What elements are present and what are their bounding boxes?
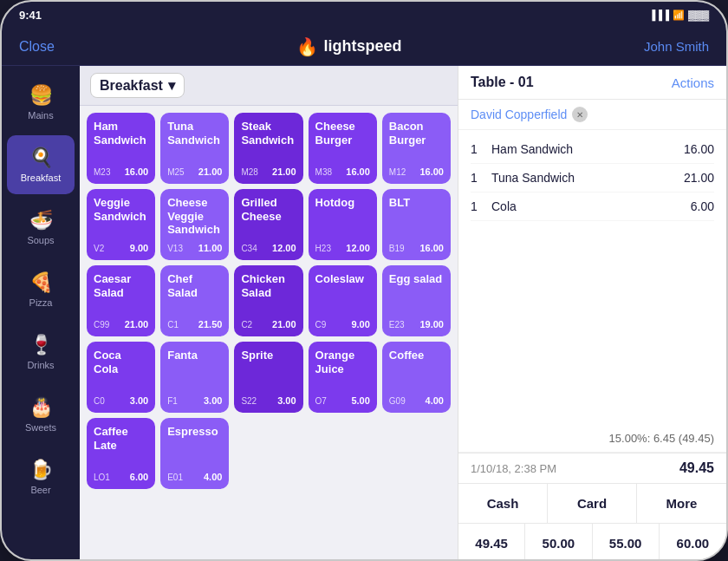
breakfast-icon: 🍳 <box>29 147 53 169</box>
menu-item-code: G09 <box>389 396 406 406</box>
amount-exact-button[interactable]: 49.45 <box>458 524 525 561</box>
amount-55-button[interactable]: 55.00 <box>593 524 660 561</box>
customer-bar: David Copperfield ✕ <box>458 100 726 130</box>
user-name[interactable]: John Smith <box>644 39 709 54</box>
menu-item[interactable]: Sprite S22 3.00 <box>234 342 302 413</box>
menu-item-price: 11.00 <box>198 243 223 253</box>
battery-icon: ▓▓▓ <box>688 10 709 20</box>
close-button[interactable]: Close <box>19 39 55 55</box>
menu-item-name: Ham Sandwich <box>94 120 148 147</box>
menu-item-code: C99 <box>94 320 109 329</box>
payment-cash-button[interactable]: Cash <box>458 484 548 523</box>
soups-label: Soups <box>27 235 54 245</box>
menu-item[interactable]: Chef Salad C1 21.50 <box>160 265 229 336</box>
menu-item[interactable]: Orange Juice O7 5.00 <box>309 342 377 413</box>
wifi-icon: 📶 <box>673 10 685 21</box>
menu-item-name: Caffee Late <box>94 425 148 452</box>
menu-item[interactable]: BLT B19 16.00 <box>382 189 451 260</box>
menu-item-price: 21.00 <box>198 166 223 177</box>
menu-item-name: Veggie Sandwich <box>94 196 148 223</box>
menu-item-price: 16.00 <box>346 166 370 177</box>
category-label: Breakfast <box>100 78 163 94</box>
menu-item[interactable]: Coffee G09 4.00 <box>382 342 451 413</box>
menu-item-code: M38 <box>315 167 332 177</box>
beer-icon: 🍺 <box>29 459 53 481</box>
menu-item[interactable]: Chicken Salad C2 21.00 <box>234 265 302 336</box>
menu-section: Breakfast ▾ Ham Sandwich M23 16.00 Tuna … <box>80 66 458 561</box>
menu-item-name: Orange Juice <box>315 349 370 375</box>
menu-item[interactable]: Grilled Cheese C34 12.00 <box>234 189 302 260</box>
menu-item-name: Bacon Burger <box>389 120 444 147</box>
menu-item-price: 3.00 <box>130 395 148 406</box>
status-time: 9:41 <box>19 9 42 22</box>
menu-item-name: Coffee <box>389 349 444 362</box>
menu-item-code: M28 <box>241 167 257 177</box>
pizza-label: Pizza <box>29 297 53 308</box>
pizza-icon: 🍕 <box>29 271 53 294</box>
menu-item[interactable]: Caffee Late LO1 6.00 <box>87 418 155 489</box>
category-sidebar: 🍔 Mains 🍳 Breakfast 🍜 Soups 🍕 Pizza 🍷 Dr… <box>2 66 80 561</box>
remove-customer-button[interactable]: ✕ <box>572 107 588 122</box>
order-item-name: Cola <box>491 199 684 213</box>
menu-item[interactable]: Cheese Burger M38 16.00 <box>309 113 377 184</box>
menu-item-price: 3.00 <box>204 395 222 406</box>
menu-item-code: M25 <box>167 167 184 177</box>
beer-label: Beer <box>30 485 50 495</box>
menu-item-price: 12.00 <box>272 243 296 253</box>
menu-item-code: C1 <box>167 320 179 329</box>
menu-item[interactable]: Ham Sandwich M23 16.00 <box>87 113 155 184</box>
menu-item[interactable]: Bacon Burger M12 16.00 <box>382 113 451 184</box>
menu-item-price: 19.00 <box>419 319 444 329</box>
menu-item[interactable]: Veggie Sandwich V2 9.00 <box>87 189 155 260</box>
breakfast-label: Breakfast <box>21 173 61 183</box>
amount-60-button[interactable]: 60.00 <box>660 524 726 561</box>
menu-item-code: C9 <box>315 320 327 329</box>
menu-item-name: Egg salad <box>389 272 444 286</box>
sidebar-item-drinks[interactable]: 🍷 Drinks <box>7 323 75 382</box>
menu-item[interactable]: Fanta F1 3.00 <box>160 342 229 413</box>
customer-name[interactable]: David Copperfield <box>471 108 567 121</box>
menu-item-name: Coca Cola <box>94 349 148 375</box>
menu-item-name: Tuna Sandwich <box>167 120 222 147</box>
sidebar-item-soups[interactable]: 🍜 Soups <box>7 198 75 257</box>
payment-more-button[interactable]: More <box>637 484 726 523</box>
menu-item-code: E23 <box>389 320 405 329</box>
payment-card-button[interactable]: Card <box>548 484 637 523</box>
amount-50-button[interactable]: 50.00 <box>525 524 592 561</box>
menu-item-price: 4.00 <box>204 472 222 482</box>
menu-item[interactable]: Caesar Salad C99 21.00 <box>87 265 155 336</box>
menu-item-price: 21.50 <box>198 319 223 329</box>
sweets-label: Sweets <box>25 422 56 433</box>
menu-item[interactable]: Egg salad E23 19.00 <box>382 265 451 336</box>
sidebar-item-breakfast[interactable]: 🍳 Breakfast <box>7 135 75 194</box>
menu-item[interactable]: Coleslaw C9 9.00 <box>309 265 377 336</box>
menu-item-name: Cheese Burger <box>315 120 370 147</box>
menu-item-name: Sprite <box>241 349 296 362</box>
menu-item-price: 21.00 <box>272 319 296 329</box>
menu-item[interactable]: Tuna Sandwich M25 21.00 <box>160 113 229 184</box>
menu-item-name: Chicken Salad <box>241 272 296 299</box>
order-item-name: Tuna Sandwich <box>491 171 677 185</box>
category-dropdown[interactable]: Breakfast ▾ <box>90 73 185 98</box>
dropdown-chevron-icon: ▾ <box>168 77 175 94</box>
order-row: 1 Tuna Sandwich 21.00 <box>471 164 714 192</box>
order-row: 1 Cola 6.00 <box>471 192 714 221</box>
sidebar-item-sweets[interactable]: 🎂 Sweets <box>7 385 75 444</box>
actions-button[interactable]: Actions <box>672 75 714 90</box>
sidebar-item-mains[interactable]: 🍔 Mains <box>7 73 75 132</box>
menu-item[interactable]: Hotdog H23 12.00 <box>309 189 377 260</box>
app-logo: 🔥 lightspeed <box>296 36 401 57</box>
drinks-label: Drinks <box>27 360 54 370</box>
menu-item-price: 16.00 <box>125 166 149 177</box>
menu-item-name: Fanta <box>167 349 222 362</box>
menu-item-code: V13 <box>167 244 183 253</box>
menu-item[interactable]: Coca Cola C0 3.00 <box>87 342 155 413</box>
menu-item[interactable]: Steak Sandwich M28 21.00 <box>234 113 302 184</box>
menu-item-name: Hotdog <box>315 196 370 210</box>
main-content: 🍔 Mains 🍳 Breakfast 🍜 Soups 🍕 Pizza 🍷 Dr… <box>2 66 726 561</box>
menu-item[interactable]: Espresso E01 4.00 <box>160 418 229 489</box>
sidebar-item-pizza[interactable]: 🍕 Pizza <box>7 260 75 319</box>
menu-item-name: Espresso <box>167 425 222 439</box>
menu-item[interactable]: Cheese Veggie Sandwich V13 11.00 <box>160 189 229 260</box>
sidebar-item-beer[interactable]: 🍺 Beer <box>7 447 75 506</box>
